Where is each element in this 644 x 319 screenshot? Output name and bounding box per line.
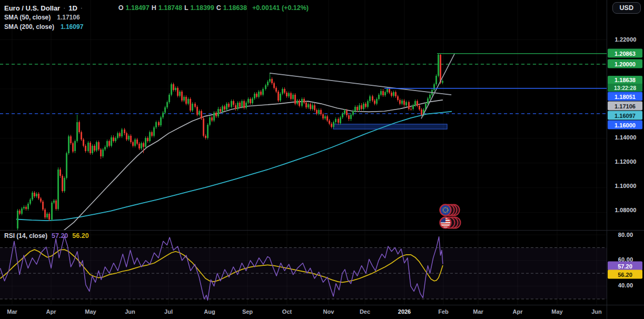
sma200-value: 1.16097	[61, 23, 83, 31]
interval-label[interactable]: 1D	[68, 4, 77, 12]
month-label-9: Dec	[360, 308, 370, 315]
rsi-label-2: 57.20	[608, 262, 642, 271]
rsi-label-0: 80.00	[609, 232, 642, 238]
us-flag-event-icon	[440, 217, 461, 228]
time-axis-divider	[0, 305, 644, 305]
price-chart-canvas[interactable]	[0, 0, 644, 319]
high-value: 1.18748	[158, 4, 182, 12]
month-label-12: Mar	[473, 308, 483, 315]
currency-toggle-button[interactable]: USD	[612, 2, 641, 14]
title-separator-2: ·	[81, 4, 83, 12]
rsi-label-3: 56.20	[608, 270, 642, 279]
symbol-title[interactable]: Euro / U.S. Dollar	[4, 4, 60, 12]
month-label-1: Apr	[46, 308, 56, 315]
eu-flag-event-icon	[440, 205, 460, 216]
economic-event-icons[interactable]	[438, 203, 462, 232]
rsi-value: 57.20	[52, 232, 68, 240]
rsi-label-4: 40.00	[609, 282, 642, 288]
month-label-2: May	[85, 308, 96, 315]
month-label-15: Jun	[591, 308, 602, 315]
month-label-5: Aug	[204, 308, 215, 315]
month-label-13: Apr	[513, 308, 523, 315]
month-label-6: Sep	[242, 308, 253, 315]
main-pane	[0, 54, 607, 231]
time-axis[interactable]: MarAprMayJunJulAugSepOctNovDec2026FebMar…	[0, 305, 607, 319]
title-separator: ·	[63, 4, 65, 12]
ohlc-readout: O1.18497 H1.18748 L1.18399 C1.18638 +0.0…	[118, 4, 309, 12]
change-value: +0.00141 (+0.12%)	[252, 4, 309, 12]
rsi-label: RSI (14, close)	[4, 232, 47, 240]
month-label-4: Jul	[164, 308, 173, 315]
sma50-legend-row[interactable]: SMA (50, close) 1.17106	[4, 13, 309, 22]
axis-separator	[607, 0, 607, 319]
candles	[17, 54, 444, 230]
low-value: 1.18399	[191, 4, 214, 12]
rsi-axis[interactable]: 80.0060.0057.2056.2040.00	[607, 0, 644, 319]
month-label-7: Oct	[282, 308, 292, 315]
month-label-3: Jun	[125, 308, 135, 315]
rsi-ma-value: 56.20	[72, 232, 88, 240]
rsi-legend-row[interactable]: RSI (14, close) 57.20 56.20	[4, 232, 89, 240]
sma50-value: 1.17106	[57, 14, 80, 21]
chart-legend: Euro / U.S. Dollar · 1D · O1.18497 H1.18…	[4, 3, 309, 32]
sma50-label: SMA (50, close)	[4, 14, 51, 21]
sma50-line	[63, 100, 443, 231]
month-label-0: Mar	[7, 308, 17, 315]
open-value: 1.18497	[126, 4, 150, 12]
close-label: C	[216, 4, 221, 12]
sma200-label: SMA (200, close)	[4, 23, 54, 31]
pane-divider[interactable]	[0, 230, 644, 231]
rsi-pane	[0, 236, 607, 300]
month-label-8: Nov	[323, 308, 334, 315]
open-label: O	[118, 4, 124, 12]
low-label: L	[184, 4, 189, 12]
high-label: H	[152, 4, 156, 12]
month-label-14: May	[551, 308, 562, 315]
month-label-10: 2026	[398, 308, 411, 315]
sma200-legend-row[interactable]: SMA (200, close) 1.16097	[4, 22, 309, 32]
trendline-0	[270, 73, 451, 95]
month-label-11: Feb	[438, 308, 449, 315]
close-value: 1.18638	[223, 4, 247, 12]
trading-chart-app: { "header": { "symbol_title": "Euro / U.…	[0, 0, 644, 319]
